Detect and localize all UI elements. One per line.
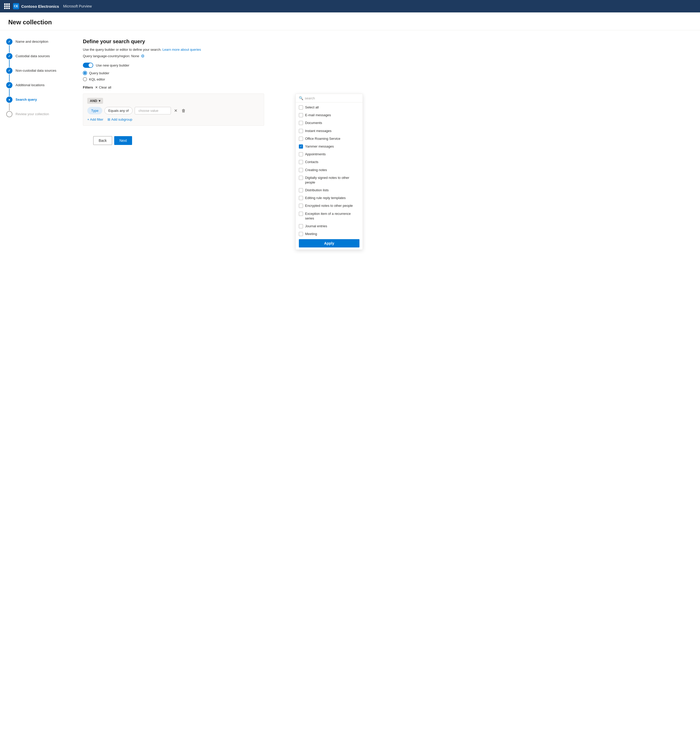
dropdown-item-distribution-lists[interactable]: Distribution lists [296, 186, 362, 194]
search-icon: 🔍 [299, 96, 303, 100]
dropdown-item-email[interactable]: E-mail messages [296, 111, 362, 119]
checkbox-appointments [299, 152, 303, 156]
next-button[interactable]: Next [114, 136, 132, 145]
radio-query-builder-circle [83, 71, 87, 75]
dropdown-search-box: 🔍 [296, 94, 362, 103]
dropdown-list: Select all E-mail messages Documents Ins… [296, 103, 362, 237]
add-filter-row: + Add filter ⊞ Add subgroup [87, 118, 260, 121]
filter-builder: AND ▾ Type Equals any of choose value ✕ … [83, 94, 264, 126]
step-additional: ✓ Additional locations [6, 82, 66, 97]
radio-kql-editor-label: KQL editor [89, 77, 105, 81]
checkbox-instant-messages [299, 129, 303, 133]
equals-filter-pill[interactable]: Equals any of [105, 107, 133, 114]
checkbox-exception-item [299, 212, 303, 216]
value-dropdown-panel: 🔍 Select all E-mail messages [295, 94, 363, 250]
checkbox-encrypted-notes [299, 204, 303, 208]
learn-more-link[interactable]: Learn more about queries [162, 48, 201, 51]
step-label-6[interactable]: Review your collection [15, 111, 49, 116]
filter-value-box[interactable]: choose value [135, 107, 171, 114]
product-name: Microsoft Purview [63, 4, 92, 8]
step-icon-1: ✓ [6, 39, 12, 45]
step-line-2 [9, 60, 9, 67]
new-query-builder-toggle[interactable] [83, 63, 93, 68]
step-non-custodial: ✓ Non-custodial data sources [6, 68, 66, 82]
dropdown-item-appointments[interactable]: Appointments [296, 150, 362, 158]
step-icon-6 [6, 111, 12, 117]
query-language-label: Query language-country/region: None [83, 54, 139, 58]
radio-query-builder[interactable]: Query builder [83, 71, 264, 75]
clear-all-x-icon: ✕ [95, 85, 98, 89]
checkbox-documents [299, 121, 303, 125]
step-label-1[interactable]: Name and description [15, 39, 48, 44]
config-icon[interactable]: ⚙ [141, 54, 144, 59]
nav-buttons: Back Next [83, 130, 264, 151]
chevron-down-icon: ▾ [98, 99, 100, 103]
dropdown-item-yammer[interactable]: Yammer messages [296, 143, 362, 150]
checkbox-digitally-signed [299, 176, 303, 180]
step-line-1 [9, 45, 9, 53]
step-review: Review your collection [6, 111, 66, 117]
step-search-query: ● Search query [6, 97, 66, 111]
checkbox-meeting [299, 232, 303, 236]
step-connector-2: ✓ [6, 53, 12, 68]
dropdown-item-select-all[interactable]: Select all [296, 104, 362, 111]
radio-kql-editor[interactable]: KQL editor [83, 77, 264, 81]
apply-button[interactable]: Apply [299, 239, 359, 248]
top-navigation: CE Contoso Electronics Microsoft Purview [0, 0, 700, 12]
add-subgroup-button[interactable]: ⊞ Add subgroup [108, 118, 132, 121]
filter-close-button[interactable]: ✕ [173, 107, 179, 114]
main-layout: ✓ Name and description ✓ Custodial data … [0, 30, 700, 747]
dropdown-item-instant-messages[interactable]: Instant messages [296, 127, 362, 135]
checkbox-journal [299, 224, 303, 228]
step-custodial: ✓ Custodial data sources [6, 53, 66, 68]
dropdown-item-exception-item[interactable]: Exception item of a recurrence series [296, 210, 362, 222]
type-filter-pill[interactable]: Type [87, 107, 102, 114]
page-header: New collection [0, 12, 700, 30]
company-logo: CE Contoso Electronics [13, 3, 59, 9]
dropdown-item-journal[interactable]: Journal entries [296, 222, 362, 230]
step-label-4[interactable]: Additional locations [15, 82, 44, 88]
step-connector-5: ● [6, 97, 12, 111]
step-label-3[interactable]: Non-custodial data sources [15, 68, 56, 73]
logo-icon: CE [13, 3, 19, 9]
sidebar-stepper: ✓ Name and description ✓ Custodial data … [0, 30, 73, 747]
step-name-desc: ✓ Name and description [6, 39, 66, 53]
dropdown-item-digitally-signed[interactable]: Digitally signed notes to other people [296, 174, 362, 186]
dropdown-item-encrypted-notes[interactable]: Encrypted notes to other people [296, 202, 362, 210]
step-line-5 [9, 103, 9, 110]
step-line-3 [9, 74, 9, 82]
dropdown-item-contacts[interactable]: Contacts [296, 158, 362, 166]
radio-group: Query builder KQL editor [83, 71, 264, 81]
step-connector-4: ✓ [6, 82, 12, 97]
clear-all-button[interactable]: ✕ Clear all [95, 85, 111, 89]
step-connector-1: ✓ [6, 39, 12, 53]
step-label-5[interactable]: Search query [15, 97, 37, 102]
step-label-2[interactable]: Custodial data sources [15, 53, 50, 59]
checkbox-editing-rule [299, 196, 303, 200]
company-name: Contoso Electronics [21, 4, 59, 9]
radio-query-builder-label: Query builder [89, 71, 109, 75]
content-area: Define your search query Use the query b… [73, 30, 274, 747]
step-icon-2: ✓ [6, 53, 12, 59]
dropdown-item-office-roaming[interactable]: Office Roaming Service [296, 135, 362, 143]
grid-icon[interactable] [4, 3, 10, 9]
checkbox-email [299, 113, 303, 117]
dropdown-item-meeting[interactable]: Meeting [296, 230, 362, 237]
dropdown-item-documents[interactable]: Documents [296, 119, 362, 127]
step-connector-3: ✓ [6, 68, 12, 82]
and-badge[interactable]: AND ▾ [87, 98, 103, 104]
dropdown-item-creating-notes[interactable]: Creating notes [296, 166, 362, 174]
step-icon-3: ✓ [6, 68, 12, 74]
checkbox-distribution-lists [299, 188, 303, 192]
filter-delete-button[interactable]: 🗑 [180, 107, 187, 114]
checkbox-yammer [299, 144, 303, 148]
add-filter-button[interactable]: + Add filter [87, 118, 103, 121]
step-icon-5: ● [6, 97, 12, 103]
back-button[interactable]: Back [93, 136, 112, 145]
section-title: Define your search query [83, 39, 264, 44]
radio-kql-editor-circle [83, 77, 87, 81]
filters-label: Filters [83, 85, 93, 89]
dropdown-search-input[interactable] [305, 96, 359, 100]
step-connector-6 [6, 111, 12, 117]
dropdown-item-editing-rule[interactable]: Editing rule reply templates [296, 194, 362, 202]
